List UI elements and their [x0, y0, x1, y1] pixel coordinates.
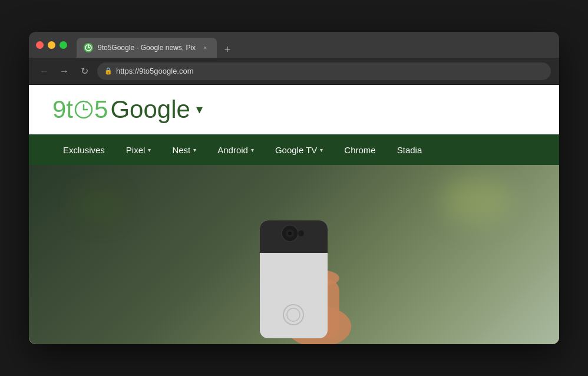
site-header: 9t 5 Google ▾	[29, 85, 559, 134]
pixel-dropdown-arrow: ▾	[148, 147, 151, 153]
address-bar: ← → ↻ 🔒 https://9to5google.com	[29, 58, 559, 85]
nav-item-nest[interactable]: Nest ▾	[161, 134, 207, 165]
phone-illustration	[210, 191, 363, 344]
nest-dropdown-arrow: ▾	[193, 147, 196, 153]
nav-item-pixel[interactable]: Pixel ▾	[115, 134, 162, 165]
tab-favicon	[84, 43, 93, 52]
logo-dropdown-arrow[interactable]: ▾	[196, 102, 203, 117]
nav-item-android[interactable]: Android ▾	[207, 134, 265, 165]
tab-bar: 9to5Google - Google news, Pix × +	[77, 32, 552, 58]
reload-button[interactable]: ↻	[77, 64, 91, 78]
website-content: 9t 5 Google ▾ Exclusives Pixel ▾	[29, 85, 559, 344]
logo-9to5: 9t	[52, 95, 73, 124]
nav-bar: Exclusives Pixel ▾ Nest ▾ Android ▾ Goog…	[29, 134, 559, 165]
nav-item-stadia[interactable]: Stadia	[387, 134, 433, 165]
logo-google: Google	[110, 95, 190, 124]
bg-blur-decoration-1	[441, 177, 512, 224]
site-logo[interactable]: 9t 5 Google ▾	[52, 95, 203, 124]
logo-5: 5	[94, 95, 108, 124]
tab-title: 9to5Google - Google news, Pix	[98, 44, 196, 52]
browser-window: 9to5Google - Google news, Pix × + ← → ↻ …	[29, 32, 559, 344]
url-bar[interactable]: 🔒 https://9to5google.com	[97, 62, 551, 80]
svg-point-14	[288, 232, 292, 235]
tab-close-button[interactable]: ×	[200, 43, 210, 52]
googletv-dropdown-arrow: ▾	[320, 147, 323, 153]
lock-icon: 🔒	[104, 67, 113, 75]
logo-clock-icon	[74, 100, 93, 119]
nav-item-chrome[interactable]: Chrome	[333, 134, 386, 165]
svg-point-15	[298, 230, 304, 236]
bg-blur-decoration-2	[76, 189, 123, 224]
title-bar: 9to5Google - Google news, Pix × +	[29, 32, 559, 58]
close-button[interactable]	[36, 41, 44, 49]
minimize-button[interactable]	[48, 41, 55, 49]
svg-rect-11	[260, 241, 328, 253]
nav-item-google-tv[interactable]: Google TV ▾	[265, 134, 333, 165]
new-tab-button[interactable]: +	[219, 41, 236, 58]
maximize-button[interactable]	[60, 41, 67, 49]
forward-button[interactable]: →	[57, 64, 71, 78]
android-dropdown-arrow: ▾	[251, 147, 254, 153]
nav-item-exclusives[interactable]: Exclusives	[52, 134, 115, 165]
traffic-lights	[36, 41, 67, 49]
active-tab[interactable]: 9to5Google - Google news, Pix ×	[77, 38, 217, 58]
hero-section	[29, 165, 559, 344]
url-text: https://9to5google.com	[116, 67, 194, 75]
back-button[interactable]: ←	[37, 64, 51, 78]
